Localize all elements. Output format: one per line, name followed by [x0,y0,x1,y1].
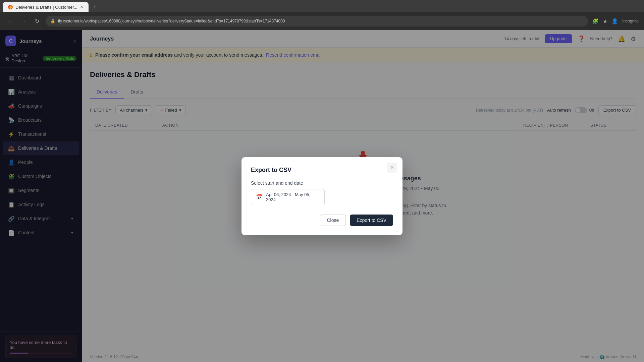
tab-title: Deliveries & Drafts | Customer... [15,5,77,10]
incognito-label: Incognito [622,19,639,23]
refresh-button[interactable]: ↻ [32,16,42,26]
profile-icon[interactable]: 👤 [611,18,618,24]
browser-chrome: ⚡ Deliveries & Drafts | Customer... × + … [0,0,644,30]
date-range-value: Apr 06, 2024 - May 05, 2024 [266,192,320,202]
modal-overlay[interactable]: Export to CSV × Select start and end dat… [0,30,644,362]
modal-close-button[interactable]: × [387,163,397,173]
url-text: fly.customer.io/workspaces/160880/journe… [58,19,285,23]
browser-tabs: ⚡ Deliveries & Drafts | Customer... × + [0,0,644,12]
export-csv-modal: Export to CSV × Select start and end dat… [241,157,402,235]
calendar-icon: 📅 [256,194,263,200]
modal-export-button[interactable]: Export to CSV [350,215,393,226]
tab-close-icon[interactable]: × [80,4,83,10]
browser-tab-active[interactable]: ⚡ Deliveries & Drafts | Customer... × [3,2,89,12]
new-tab-button[interactable]: + [90,2,100,12]
modal-actions: Close Export to CSV [251,215,393,226]
back-button: ← [5,16,15,26]
tab-favicon: ⚡ [8,5,13,9]
address-bar[interactable]: 🔒 fly.customer.io/workspaces/160880/jour… [46,16,588,26]
modal-cancel-button[interactable]: Close [320,215,346,226]
modal-title: Export to CSV [251,167,393,174]
date-picker[interactable]: 📅 Apr 06, 2024 - May 05, 2024 [251,189,325,205]
browser-controls: ← → ↻ 🔒 fly.customer.io/workspaces/16088… [0,12,644,30]
extensions-icon[interactable]: 🧩 [592,18,599,24]
bookmark-icon[interactable]: ★ [603,18,607,24]
browser-actions: 🧩 ★ 👤 Incognito [592,18,639,24]
modal-date-label: Select start and end date [251,180,393,186]
close-icon: × [390,165,393,171]
forward-button: → [19,16,28,26]
lock-icon: 🔒 [50,19,55,23]
